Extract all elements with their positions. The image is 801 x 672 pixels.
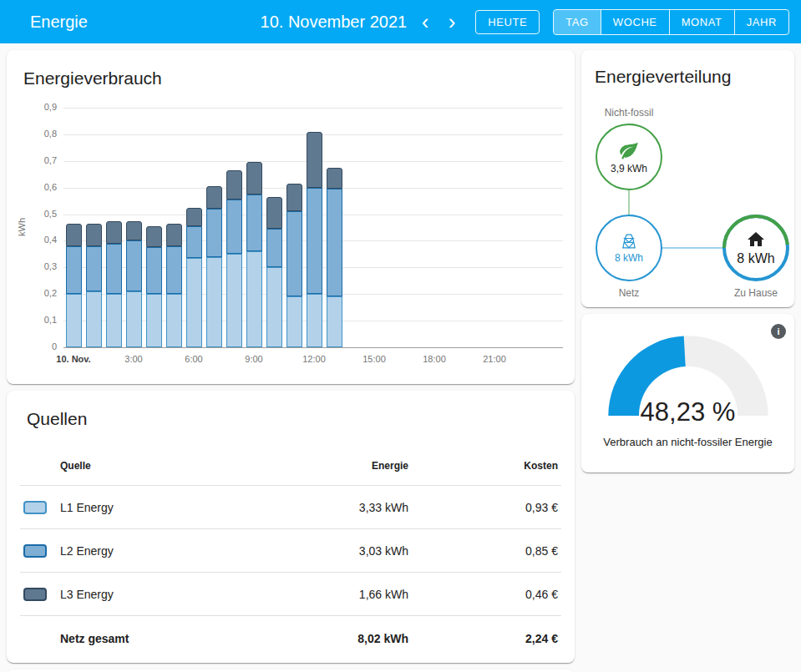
non-fossil-gauge-card: i 48,23 % Verbrauch an nicht-fossiler En… (581, 314, 794, 472)
bar-segment-l2-energy[interactable] (126, 240, 142, 291)
bar-segment-l2-energy[interactable] (106, 244, 122, 295)
y-axis-tick-label: 0,4 (10, 235, 57, 245)
bar-segment-l3-energy[interactable] (126, 221, 142, 241)
source-cost-value: 0,85 € (412, 544, 561, 558)
bar-segment-l3-energy[interactable] (246, 162, 262, 194)
bar-segment-l1-energy[interactable] (166, 294, 182, 347)
transmission-tower-icon (620, 232, 638, 250)
bar-segment-l1-energy[interactable] (206, 257, 222, 347)
home-icon (746, 230, 766, 250)
grid-value: 8 kWh (615, 252, 643, 264)
right-column: Energieverteilung Nicht-fossil 3,9 kWh (581, 50, 794, 472)
source-name: L3 Energy (60, 588, 286, 601)
chevron-left-icon: ‹ (422, 9, 429, 34)
source-row: L3 Energy1,66 kWh0,46 € (20, 573, 561, 616)
bar-segment-l3-energy[interactable] (307, 132, 322, 188)
next-day-button[interactable]: › (439, 8, 465, 36)
energy-distribution-card: Energieverteilung Nicht-fossil 3,9 kWh (581, 50, 794, 307)
bar-segment-l2-energy[interactable] (307, 188, 322, 295)
selected-date: 10. November 2021 (261, 13, 408, 32)
main-content: Energieverbrauch kWh 00,10,20,30,40,50,6… (0, 43, 801, 672)
source-color-swatch (23, 588, 47, 601)
total-cost-value: 2,24 € (412, 632, 561, 645)
bar-segment-l3-energy[interactable] (206, 186, 222, 209)
source-name: L2 Energy (60, 544, 286, 558)
today-button[interactable]: HEUTE (475, 10, 540, 34)
source-color-swatch (23, 544, 47, 558)
sources-card: Quellen Quelle Energie Kosten L1 Energy3… (7, 391, 575, 663)
y-axis-tick-label: 0,3 (10, 261, 57, 271)
bar-segment-l2-energy[interactable] (206, 209, 222, 256)
left-column: Energieverbrauch kWh 00,10,20,30,40,50,6… (7, 50, 575, 672)
consumption-bar-chart[interactable]: kWh 00,10,20,30,40,50,60,70,80,910. Nov.… (7, 50, 575, 384)
bar-segment-l1-energy[interactable] (106, 294, 122, 347)
app-header: Energie 10. November 2021 ‹ › HEUTE TAGW… (0, 0, 801, 43)
bar-segment-l1-energy[interactable] (86, 291, 102, 347)
y-axis-tick-label: 0 (10, 341, 57, 351)
y-axis-tick-label: 0,1 (10, 315, 57, 325)
bar-segment-l3-energy[interactable] (186, 208, 202, 226)
grid-node[interactable]: 8 kWh (596, 215, 662, 281)
bar-segment-l1-energy[interactable] (186, 258, 202, 347)
chevron-right-icon: › (449, 9, 456, 34)
sources-total-row: Netz gesamt 8,02 kWh 2,24 € (20, 616, 561, 661)
bar-segment-l3-energy[interactable] (286, 184, 302, 211)
bar-segment-l2-energy[interactable] (286, 211, 302, 296)
source-row: L2 Energy3,03 kWh0,85 € (20, 529, 561, 573)
non-fossil-label: Nicht-fossil (587, 107, 671, 119)
bar-segment-l2-energy[interactable] (66, 246, 82, 294)
bar-segment-l1-energy[interactable] (66, 294, 82, 347)
y-axis-tick-label: 0,9 (10, 102, 57, 112)
bar-segment-l2-energy[interactable] (166, 246, 182, 294)
bar-segment-l1-energy[interactable] (146, 294, 162, 347)
bar-segment-l3-energy[interactable] (166, 224, 182, 246)
tab-monat[interactable]: MONAT (669, 10, 734, 34)
bar-segment-l1-energy[interactable] (126, 291, 142, 347)
bar-segment-l2-energy[interactable] (146, 247, 162, 294)
source-swatch-cell (20, 544, 60, 558)
chart-gridline (63, 108, 563, 109)
bar-segment-l2-energy[interactable] (266, 229, 282, 267)
tab-tag[interactable]: TAG (554, 10, 601, 34)
bar-segment-l1-energy[interactable] (266, 267, 282, 347)
bar-segment-l3-energy[interactable] (226, 170, 242, 200)
bar-segment-l2-energy[interactable] (327, 189, 342, 296)
home-node[interactable]: 8 kWh (722, 215, 789, 281)
non-fossil-node[interactable]: 3,9 kWh (596, 124, 662, 190)
bar-segment-l2-energy[interactable] (186, 226, 202, 258)
bar-segment-l1-energy[interactable] (226, 254, 242, 347)
bar-segment-l3-energy[interactable] (146, 226, 162, 248)
x-axis-tick-label: 18:00 (409, 354, 459, 364)
previous-day-button[interactable]: ‹ (412, 8, 439, 36)
home-value: 8 kWh (737, 251, 774, 266)
source-color-swatch (23, 501, 47, 514)
bar-segment-l3-energy[interactable] (86, 224, 102, 246)
bar-segment-l3-energy[interactable] (327, 168, 342, 189)
source-cost-value: 0,46 € (412, 588, 561, 601)
bar-segment-l2-energy[interactable] (86, 246, 102, 291)
bar-segment-l3-energy[interactable] (106, 221, 122, 244)
tab-woche[interactable]: WOCHE (601, 10, 669, 34)
page-title: Energie (30, 13, 88, 32)
bar-segment-l1-energy[interactable] (246, 251, 262, 347)
x-axis-tick-label: 9:00 (229, 354, 279, 364)
source-energy-value: 1,66 kWh (286, 588, 412, 601)
y-axis-tick-label: 0,6 (10, 182, 57, 192)
non-fossil-value: 3,9 kWh (611, 163, 647, 174)
total-label: Netz gesamt (60, 632, 286, 645)
bar-segment-l1-energy[interactable] (307, 294, 322, 347)
x-axis-tick-label: 3:00 (109, 354, 159, 364)
tab-jahr[interactable]: JAHR (734, 10, 788, 34)
source-cost-value: 0,93 € (412, 501, 561, 514)
source-swatch-cell (20, 501, 60, 514)
total-energy-value: 8,02 kWh (286, 632, 412, 645)
bar-segment-l3-energy[interactable] (66, 224, 82, 246)
column-header-source: Quelle (60, 460, 286, 472)
bar-segment-l1-energy[interactable] (327, 296, 342, 347)
bar-segment-l2-energy[interactable] (246, 195, 262, 252)
bar-segment-l1-energy[interactable] (286, 296, 302, 347)
bar-segment-l2-energy[interactable] (226, 200, 242, 254)
x-axis-tick-label: 12:00 (289, 354, 339, 364)
bar-segment-l3-energy[interactable] (266, 197, 282, 229)
y-axis-tick-label: 0,5 (10, 209, 57, 219)
